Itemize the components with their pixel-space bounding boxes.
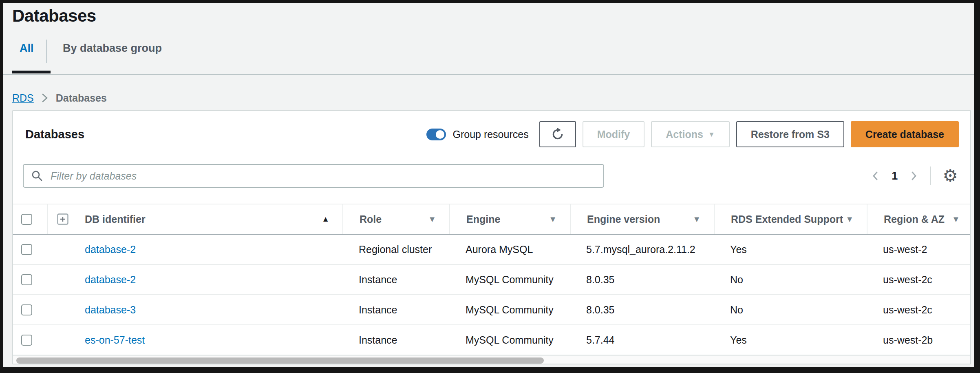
chevron-left-icon — [870, 169, 880, 182]
select-cell — [13, 295, 47, 324]
extended-support-cell: No — [714, 295, 867, 324]
db-identifier-cell: database-3 — [73, 295, 342, 324]
filter-icon: ▼ — [549, 215, 557, 224]
modify-button[interactable]: Modify — [583, 121, 645, 147]
row-checkbox[interactable] — [21, 274, 32, 285]
search-icon — [31, 170, 43, 182]
row-checkbox[interactable] — [21, 335, 32, 346]
breadcrumb: RDS Databases — [12, 92, 107, 104]
expand-all-cell — [47, 204, 73, 234]
db-identifier-cell: database-2 — [73, 235, 342, 264]
tab-bar: All By database group — [3, 39, 974, 76]
filter-input[interactable] — [23, 164, 604, 188]
rds-console-window: Databases All By database group RDS Data… — [3, 3, 974, 367]
engine-version-cell: 8.0.35 — [570, 295, 714, 324]
db-identifier-link[interactable]: database-2 — [85, 244, 136, 255]
sort-ascending-icon: ▲ — [322, 215, 329, 224]
scrollbar-thumb[interactable] — [16, 357, 544, 364]
table-header-row: DB identifier ▲ Role ▼ Engine ▼ Engine v… — [13, 204, 970, 235]
filter-icon: ▼ — [428, 215, 436, 224]
db-identifier-cell: es-on-57-test — [73, 325, 342, 355]
region-az-cell: us-west-2c — [867, 265, 970, 294]
expand-all-icon[interactable] — [57, 213, 68, 225]
filter-icon: ▼ — [693, 215, 701, 224]
toolbar: Group resources Modify Actions ▼ Restore… — [426, 121, 959, 147]
pagination: 1 ⚙ — [870, 167, 960, 185]
tab-divider — [46, 40, 47, 63]
column-header-db-identifier[interactable]: DB identifier ▲ — [73, 204, 342, 234]
row-checkbox[interactable] — [21, 244, 32, 255]
db-identifier-link[interactable]: database-2 — [85, 274, 136, 286]
region-az-cell: us-west-2 — [867, 235, 970, 264]
pagination-divider — [930, 167, 931, 185]
engine-version-cell: 5.7.44 — [570, 325, 714, 355]
databases-table: DB identifier ▲ Role ▼ Engine ▼ Engine v… — [13, 204, 970, 364]
role-cell: Regional cluster — [342, 235, 449, 264]
extended-support-cell: Yes — [714, 235, 867, 264]
filter-icon: ▼ — [952, 215, 960, 224]
group-resources-label: Group resources — [452, 129, 528, 140]
table-row: database-2 Regional cluster Aurora MySQL… — [13, 235, 970, 265]
role-cell: Instance — [342, 265, 449, 294]
extended-support-cell: No — [714, 265, 867, 294]
restore-from-s3-button[interactable]: Restore from S3 — [736, 121, 844, 147]
filter-row: 1 ⚙ — [23, 164, 960, 188]
column-header-engine-version[interactable]: Engine version ▼ — [570, 204, 714, 234]
toggle-knob — [436, 130, 444, 139]
engine-cell: MySQL Community — [449, 295, 570, 324]
table-row: es-on-57-test Instance MySQL Community 5… — [13, 325, 970, 355]
engine-cell: Aurora MySQL — [449, 235, 570, 264]
column-header-engine[interactable]: Engine ▼ — [449, 204, 570, 234]
horizontal-scrollbar[interactable] — [13, 355, 970, 364]
region-az-cell: us-west-2c — [867, 295, 970, 324]
table-row: database-3 Instance MySQL Community 8.0.… — [13, 295, 970, 325]
engine-cell: MySQL Community — [449, 265, 570, 294]
refresh-button[interactable] — [539, 121, 576, 147]
engine-version-cell: 8.0.35 — [570, 265, 714, 294]
column-header-rds-extended-support[interactable]: RDS Extended Support ▼ — [714, 204, 867, 234]
db-identifier-cell: database-2 — [73, 265, 342, 294]
group-resources-toggle[interactable] — [426, 129, 446, 140]
actions-label: Actions — [666, 129, 703, 140]
select-cell — [13, 235, 47, 264]
expand-cell — [47, 325, 73, 355]
actions-button[interactable]: Actions ▼ — [651, 121, 730, 147]
breadcrumb-current: Databases — [56, 92, 107, 104]
create-database-button[interactable]: Create database — [851, 121, 959, 147]
breadcrumb-rds-link[interactable]: RDS — [12, 92, 34, 104]
gear-icon[interactable]: ⚙ — [942, 167, 958, 184]
region-az-cell: us-west-2b — [867, 325, 970, 355]
breadcrumb-chevron-icon — [40, 92, 49, 104]
select-cell — [13, 265, 47, 294]
panel-heading: Databases — [25, 128, 84, 141]
panel-header: Databases Group resources Modify Actions… — [25, 120, 959, 149]
tab-by-database-group[interactable]: By database group — [63, 42, 162, 55]
engine-cell: MySQL Community — [449, 325, 570, 355]
tab-all[interactable]: All — [20, 42, 34, 55]
row-checkbox[interactable] — [21, 304, 32, 315]
tabs-rule — [3, 74, 974, 75]
column-header-role[interactable]: Role ▼ — [342, 204, 449, 234]
databases-panel: Databases Group resources Modify Actions… — [12, 110, 971, 364]
select-all-cell — [13, 204, 47, 234]
db-identifier-link[interactable]: database-3 — [85, 304, 136, 316]
role-cell: Instance — [342, 325, 449, 355]
active-tab-indicator — [12, 71, 51, 73]
select-cell — [13, 325, 47, 355]
filter-icon: ▼ — [845, 215, 854, 224]
previous-page-button[interactable] — [870, 169, 880, 182]
next-page-button[interactable] — [909, 169, 919, 182]
group-resources-toggle-group: Group resources — [426, 129, 528, 140]
role-cell: Instance — [342, 295, 449, 324]
refresh-icon — [550, 127, 565, 142]
select-all-checkbox[interactable] — [21, 214, 32, 225]
engine-version-cell: 5.7.mysql_aurora.2.11.2 — [570, 235, 714, 264]
column-header-region-az[interactable]: Region & AZ ▼ — [867, 204, 970, 234]
expand-cell — [47, 295, 73, 324]
page-title: Databases — [12, 6, 96, 26]
current-page-number[interactable]: 1 — [892, 170, 898, 182]
db-identifier-link[interactable]: es-on-57-test — [85, 334, 145, 346]
caret-down-icon: ▼ — [708, 131, 715, 138]
expand-cell — [47, 235, 73, 264]
extended-support-cell: Yes — [714, 325, 867, 355]
